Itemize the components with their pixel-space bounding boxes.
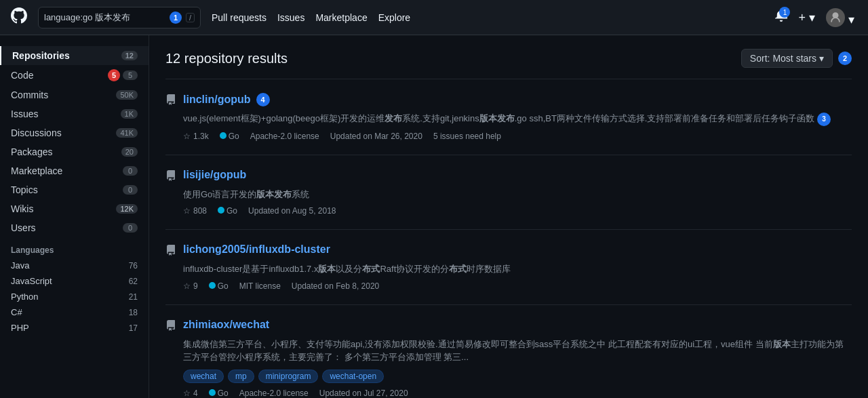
- lang-indicator: Go: [220, 132, 239, 141]
- lang-indicator: Go: [209, 281, 229, 291]
- repo-item-zhimiaox-wechat: zhimiaox/wechat 集成微信第三方平台、小程序、支付等功能api,没…: [165, 305, 852, 399]
- repo-meta-lisijie-gopub: ☆ 808 Go Updated on Aug 5, 2018: [183, 206, 852, 216]
- repo-item-linclin-gopub: linclin/gopub 4 vue.js(element框架)+golang…: [165, 79, 852, 155]
- sidebar-count-wikis: 12K: [116, 204, 138, 214]
- repo-book-icon: [165, 320, 176, 334]
- repo-name-lichong[interactable]: lichong2005/influxdb-cluster: [183, 243, 330, 255]
- updated-label: Updated on Aug 5, 2018: [248, 206, 336, 216]
- tag-wechat[interactable]: wechat: [183, 370, 224, 383]
- sidebar-count-commits: 50K: [116, 90, 138, 100]
- notification-badge: 1: [779, 7, 790, 18]
- add-button[interactable]: + ▾: [795, 7, 818, 28]
- code-red-badge: 5: [108, 69, 120, 81]
- results-title: 12 repository results: [165, 51, 288, 66]
- star-icon: ☆: [183, 206, 191, 216]
- star-icon: ☆: [183, 389, 191, 398]
- sidebar-count-repositories: 12: [121, 51, 138, 60]
- sort-button[interactable]: Sort: Most stars ▾: [741, 49, 833, 68]
- sort-badge: 2: [838, 52, 852, 65]
- sidebar-item-packages[interactable]: Packages 20: [0, 142, 149, 161]
- sidebar-item-commits[interactable]: Commits 50K: [0, 85, 149, 104]
- nav-pull-requests[interactable]: Pull requests: [212, 12, 267, 23]
- avatar-image: [826, 8, 845, 27]
- sidebar-count-packages: 20: [121, 147, 138, 157]
- updated-label: Updated on Feb 8, 2020: [292, 281, 379, 291]
- stars-count: ☆ 9: [183, 281, 198, 291]
- main-layout: Repositories 12 Code 5 5 Commits 50K Iss…: [0, 35, 868, 398]
- sidebar-count-discussions: 41K: [116, 128, 138, 138]
- lang-java[interactable]: Java 76: [0, 258, 149, 273]
- issues-help-label: 5 issues need help: [433, 132, 501, 141]
- repo-name-lisijie-gopub[interactable]: lisijie/gopub: [183, 169, 246, 181]
- repo-badge-4: 4: [256, 93, 270, 106]
- repo-desc-zhimiaox: 集成微信第三方平台、小程序、支付等功能api,没有添加权限校验.通过简易修改即可…: [183, 338, 852, 364]
- repo-meta-lichong: ☆ 9 Go MIT license Updated on Feb 8, 202…: [183, 281, 852, 291]
- repo-desc-lichong: influxdb-cluster是基于influxdb1.7.x版本以及分布式R…: [183, 262, 852, 276]
- repo-name-linclin-gopub[interactable]: linclin/gopub: [183, 94, 251, 106]
- sidebar-item-issues[interactable]: Issues 1K: [0, 104, 149, 123]
- nav-issues[interactable]: Issues: [277, 12, 304, 23]
- sort-value: Most stars: [772, 53, 816, 64]
- repo-top: lisijie/gopub: [165, 169, 852, 184]
- desc-badge-3: 3: [817, 113, 831, 126]
- repo-top: zhimiaox/wechat: [165, 319, 852, 334]
- header-actions: 1 + ▾ ▾: [772, 5, 857, 30]
- repo-item-lichong2005-influxdb: lichong2005/influxdb-cluster influxdb-cl…: [165, 230, 852, 305]
- sidebar-item-topics[interactable]: Topics 0: [0, 180, 149, 199]
- sidebar-item-wikis[interactable]: Wikis 12K: [0, 199, 149, 218]
- sort-label: Sort:: [750, 53, 770, 64]
- sidebar-count-marketplace: 0: [123, 166, 138, 176]
- content: 12 repository results Sort: Most stars ▾…: [149, 35, 868, 398]
- search-badge: 1: [170, 12, 182, 24]
- sidebar-count-issues: 1K: [121, 109, 138, 119]
- repo-name-zhimiaox[interactable]: zhimiaox/wechat: [183, 319, 269, 330]
- tag-mp[interactable]: mp: [228, 370, 254, 383]
- search-text: language:go 版本发布: [44, 12, 165, 24]
- user-avatar[interactable]: ▾: [823, 5, 857, 30]
- sidebar-item-marketplace[interactable]: Marketplace 0: [0, 161, 149, 180]
- license-label: MIT license: [239, 281, 281, 291]
- repo-book-icon: [165, 94, 176, 108]
- search-bar[interactable]: language:go 版本发布 1 /: [38, 7, 201, 28]
- sidebar-item-repositories[interactable]: Repositories 12: [0, 46, 149, 65]
- sidebar-count-topics: 0: [123, 185, 138, 195]
- repo-name-row: lisijie/gopub: [183, 169, 246, 181]
- repo-meta-linclin-gopub: ☆ 1.3k Go Apache-2.0 license Updated on …: [183, 132, 852, 141]
- stars-count: ☆ 1.3k: [183, 132, 209, 141]
- sidebar-count-users: 0: [123, 223, 138, 233]
- repo-name-row: linclin/gopub 4: [183, 93, 270, 106]
- tag-miniprogram[interactable]: miniprogram: [258, 370, 319, 383]
- lang-indicator: Go: [209, 389, 229, 398]
- repo-top: lichong2005/influxdb-cluster: [165, 243, 852, 258]
- notifications-button[interactable]: 1: [772, 7, 790, 28]
- lang-indicator: Go: [218, 206, 237, 216]
- repo-desc-lisijie-gopub: 使用Go语言开发的版本发布系统: [183, 188, 852, 201]
- repo-desc-linclin-gopub: vue.js(element框架)+golang(beego框架)开发的运维发布…: [183, 112, 852, 126]
- repo-top: linclin/gopub 4: [165, 93, 852, 108]
- github-logo-icon[interactable]: [11, 7, 27, 28]
- sort-chevron-icon: ▾: [819, 53, 824, 64]
- languages-section-title: Languages: [0, 237, 149, 258]
- updated-label: Updated on Mar 26, 2020: [330, 132, 422, 141]
- repo-item-lisijie-gopub: lisijie/gopub 使用Go语言开发的版本发布系统 ☆ 808 Go U…: [165, 155, 852, 231]
- sidebar-count-code: 5: [123, 71, 138, 80]
- star-icon: ☆: [183, 281, 191, 291]
- star-icon: ☆: [183, 132, 191, 141]
- updated-label: Updated on Jul 27, 2020: [319, 389, 408, 398]
- stars-count: ☆ 4: [183, 389, 198, 398]
- sidebar-item-users[interactable]: Users 0: [0, 218, 149, 237]
- lang-csharp[interactable]: C# 18: [0, 304, 149, 320]
- lang-php[interactable]: PHP 17: [0, 320, 149, 336]
- lang-python[interactable]: Python 21: [0, 289, 149, 304]
- nav-marketplace[interactable]: Marketplace: [315, 12, 367, 23]
- sidebar: Repositories 12 Code 5 5 Commits 50K Iss…: [0, 35, 149, 398]
- lang-javascript[interactable]: JavaScript 62: [0, 273, 149, 289]
- stars-count: ☆ 808: [183, 206, 207, 216]
- tag-wechat-open[interactable]: wechat-open: [322, 370, 384, 383]
- sidebar-item-discussions[interactable]: Discussions 41K: [0, 123, 149, 142]
- license-label: Apache-2.0 license: [250, 132, 319, 141]
- sidebar-item-code[interactable]: Code 5 5: [0, 65, 149, 85]
- search-slash-icon: /: [186, 13, 195, 22]
- repo-book-icon: [165, 245, 176, 258]
- nav-explore[interactable]: Explore: [378, 12, 410, 23]
